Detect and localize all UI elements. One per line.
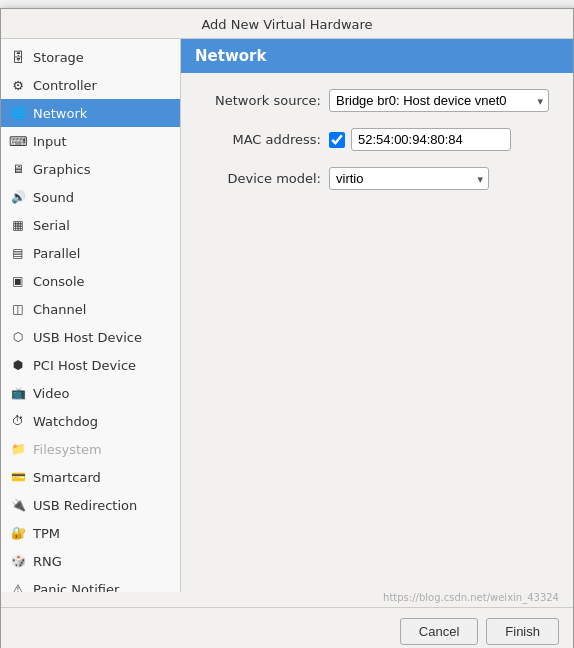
network-source-label: Network source:: [201, 93, 321, 108]
usb-redir-icon: [9, 496, 27, 514]
panic-icon: [9, 580, 27, 592]
sidebar-label-usb-redir: USB Redirection: [33, 498, 137, 513]
device-model-select[interactable]: virtio e1000 rtl8139: [329, 167, 489, 190]
form-area: Network source: Bridge br0: Host device …: [181, 73, 573, 592]
serial-icon: [9, 216, 27, 234]
sidebar-label-graphics: Graphics: [33, 162, 90, 177]
dialog-body: StorageControllerNetworkInputGraphicsSou…: [1, 39, 573, 592]
storage-icon: [9, 48, 27, 66]
sidebar-item-video[interactable]: Video: [1, 379, 180, 407]
network-source-select-wrapper: Bridge br0: Host device vnet0: [329, 89, 549, 112]
network-source-row: Network source: Bridge br0: Host device …: [201, 89, 553, 112]
parallel-icon: [9, 244, 27, 262]
sidebar-label-watchdog: Watchdog: [33, 414, 98, 429]
sidebar-label-video: Video: [33, 386, 69, 401]
sidebar-item-watchdog[interactable]: Watchdog: [1, 407, 180, 435]
sidebar-label-network: Network: [33, 106, 87, 121]
finish-button[interactable]: Finish: [486, 618, 559, 645]
usb-host-icon: [9, 328, 27, 346]
sidebar-label-storage: Storage: [33, 50, 84, 65]
dialog-footer: Cancel Finish: [1, 607, 573, 648]
network-icon: [9, 104, 27, 122]
network-source-select[interactable]: Bridge br0: Host device vnet0: [329, 89, 549, 112]
sidebar-label-pci-host: PCI Host Device: [33, 358, 136, 373]
sidebar-item-usb-redir[interactable]: USB Redirection: [1, 491, 180, 519]
sidebar-item-console[interactable]: Console: [1, 267, 180, 295]
sidebar-item-rng[interactable]: RNG: [1, 547, 180, 575]
video-icon: [9, 384, 27, 402]
sidebar-item-usb-host[interactable]: USB Host Device: [1, 323, 180, 351]
sidebar-label-panic: Panic Notifier: [33, 582, 119, 593]
main-content: Network Network source: Bridge br0: Host…: [181, 39, 573, 592]
tpm-icon: [9, 524, 27, 542]
console-icon: [9, 272, 27, 290]
channel-icon: [9, 300, 27, 318]
sidebar-label-rng: RNG: [33, 554, 62, 569]
sidebar-item-tpm[interactable]: TPM: [1, 519, 180, 547]
device-model-select-wrapper: virtio e1000 rtl8139: [329, 167, 489, 190]
device-model-row: Device model: virtio e1000 rtl8139: [201, 167, 553, 190]
sidebar-item-pci-host[interactable]: PCI Host Device: [1, 351, 180, 379]
sidebar-item-network[interactable]: Network: [1, 99, 180, 127]
sidebar-label-channel: Channel: [33, 302, 86, 317]
pci-host-icon: [9, 356, 27, 374]
add-hardware-dialog: Add New Virtual Hardware StorageControll…: [0, 8, 574, 648]
sidebar-label-tpm: TPM: [33, 526, 60, 541]
section-header: Network: [181, 39, 573, 73]
sidebar-item-channel[interactable]: Channel: [1, 295, 180, 323]
controller-icon: [9, 76, 27, 94]
sidebar-item-parallel[interactable]: Parallel: [1, 239, 180, 267]
sidebar-item-smartcard[interactable]: Smartcard: [1, 463, 180, 491]
device-model-label: Device model:: [201, 171, 321, 186]
sidebar-label-smartcard: Smartcard: [33, 470, 101, 485]
sidebar-label-input: Input: [33, 134, 67, 149]
rng-icon: [9, 552, 27, 570]
mac-address-row: MAC address:: [201, 128, 553, 151]
sidebar-item-storage[interactable]: Storage: [1, 43, 180, 71]
sidebar-item-input[interactable]: Input: [1, 127, 180, 155]
sidebar-item-controller[interactable]: Controller: [1, 71, 180, 99]
sidebar-item-serial[interactable]: Serial: [1, 211, 180, 239]
watchdog-icon: [9, 412, 27, 430]
mac-address-label: MAC address:: [201, 132, 321, 147]
sidebar-item-panic[interactable]: Panic Notifier: [1, 575, 180, 592]
network-source-control: Bridge br0: Host device vnet0: [329, 89, 549, 112]
sidebar-label-usb-host: USB Host Device: [33, 330, 142, 345]
sidebar-label-sound: Sound: [33, 190, 74, 205]
input-icon: [9, 132, 27, 150]
watermark: https://blog.csdn.net/weixin_43324: [1, 592, 573, 607]
device-model-control: virtio e1000 rtl8139: [329, 167, 489, 190]
dialog-title: Add New Virtual Hardware: [1, 9, 573, 39]
sidebar-item-sound[interactable]: Sound: [1, 183, 180, 211]
cancel-button[interactable]: Cancel: [400, 618, 478, 645]
sidebar: StorageControllerNetworkInputGraphicsSou…: [1, 39, 181, 592]
sidebar-label-filesystem: Filesystem: [33, 442, 102, 457]
sidebar-item-filesystem: Filesystem: [1, 435, 180, 463]
sidebar-label-console: Console: [33, 274, 85, 289]
graphics-icon: [9, 160, 27, 178]
smartcard-icon: [9, 468, 27, 486]
sidebar-label-serial: Serial: [33, 218, 70, 233]
sidebar-item-graphics[interactable]: Graphics: [1, 155, 180, 183]
mac-address-control: [329, 128, 511, 151]
filesystem-icon: [9, 440, 27, 458]
mac-address-input[interactable]: [351, 128, 511, 151]
sidebar-label-controller: Controller: [33, 78, 97, 93]
mac-address-checkbox[interactable]: [329, 132, 345, 148]
sidebar-label-parallel: Parallel: [33, 246, 80, 261]
sound-icon: [9, 188, 27, 206]
